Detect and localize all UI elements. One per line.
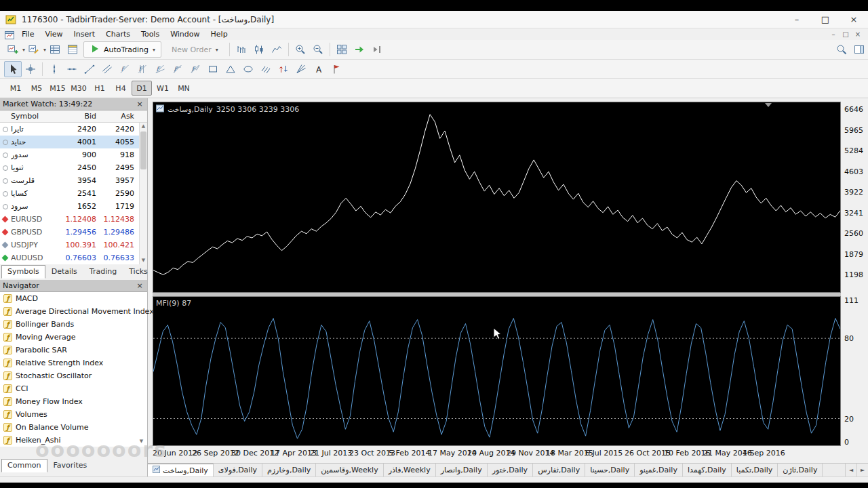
timeframe-m5[interactable]: M5 xyxy=(26,81,47,96)
list-item-macd[interactable]: ƒMACD xyxy=(0,292,147,305)
chart-shift-marker[interactable] xyxy=(765,103,772,107)
chart-tab-10[interactable]: كهمدا,Daily xyxy=(683,464,732,476)
chart-tab-0[interactable]: وساخت,Daily xyxy=(148,464,214,476)
menu-item-help[interactable]: Help xyxy=(205,28,233,40)
candlestick-button[interactable] xyxy=(250,41,268,58)
column-bid[interactable]: Bid xyxy=(65,112,100,121)
fibonacci-expansion-tool[interactable]: F xyxy=(186,61,204,77)
child-close-button[interactable]: × xyxy=(852,30,864,38)
autotrading-button[interactable]: AutoTrading▾ xyxy=(83,41,161,58)
chart-shift-button[interactable] xyxy=(368,41,386,58)
list-item-moving-average[interactable]: ƒMoving Average xyxy=(0,331,147,344)
table-row-حنايد[interactable]: حنايد40014055 xyxy=(0,136,147,148)
close-icon[interactable]: × xyxy=(135,100,144,108)
vertical-line-tool[interactable] xyxy=(45,61,63,77)
list-item-on-balance-volume[interactable]: ƒOn Balance Volume xyxy=(0,421,147,434)
list-item-cci[interactable]: ƒCCI xyxy=(0,382,147,395)
list-item-average-directional-movement-index[interactable]: ƒAverage Directional Movement Index xyxy=(0,305,147,318)
anchor-tool[interactable] xyxy=(328,61,345,77)
menu-item-view[interactable]: View xyxy=(39,28,68,40)
table-row-EURUSD[interactable]: EURUSD1.124081.12438 xyxy=(0,213,147,226)
text-tool[interactable]: A xyxy=(310,61,328,77)
menu-item-tools[interactable]: Tools xyxy=(136,28,165,40)
tab-scroll-left-icon[interactable]: ◄ xyxy=(845,464,856,476)
tab-scroll-right-icon[interactable]: ► xyxy=(856,464,868,476)
crosshair-tool[interactable] xyxy=(22,61,39,77)
list-item-money-flow-index[interactable]: ƒMoney Flow Index xyxy=(0,395,147,408)
tab-favorites[interactable]: Favorites xyxy=(47,459,94,472)
table-row-قلرست[interactable]: قلرست39543957 xyxy=(0,174,147,187)
channel-tool[interactable] xyxy=(98,61,116,77)
timeframe-d1[interactable]: D1 xyxy=(132,81,152,96)
list-item-bollinger-bands[interactable]: ƒBollinger Bands xyxy=(0,318,147,331)
column-symbol[interactable]: Symbol xyxy=(11,112,65,121)
table-row-سرود[interactable]: سرود16521719 xyxy=(0,200,147,213)
chart-tab-1[interactable]: فولاى,Daily xyxy=(214,464,262,476)
menu-item-charts[interactable]: Charts xyxy=(100,28,136,40)
chart-tab-4[interactable]: فاذر,Weekly xyxy=(384,464,436,476)
menu-item-insert[interactable]: Insert xyxy=(68,28,101,40)
tab-trading[interactable]: Trading xyxy=(83,265,123,279)
tile-windows-button[interactable] xyxy=(333,41,351,58)
tab-details[interactable]: Details xyxy=(45,265,83,279)
list-item-relative-strength-index[interactable]: ƒRelative Strength Index xyxy=(0,357,147,369)
parallel-lines-tool[interactable] xyxy=(257,61,275,77)
new-chart-button[interactable] xyxy=(4,41,22,58)
list-item-volumes[interactable]: ƒVolumes xyxy=(0,408,147,421)
price-chart[interactable] xyxy=(153,102,840,292)
timeframe-mn[interactable]: MN xyxy=(174,81,194,96)
chart-tab-8[interactable]: حسينا,Daily xyxy=(585,464,635,476)
tab-common[interactable]: Common xyxy=(1,459,47,472)
timeframe-m1[interactable]: M1 xyxy=(5,81,26,96)
zoom-out-button[interactable] xyxy=(309,41,327,58)
scroll-up-icon[interactable]: ▲ xyxy=(140,123,147,130)
layout-button[interactable] xyxy=(850,41,868,58)
table-row-GBPUSD[interactable]: GBPUSD1.294561.29486 xyxy=(0,226,147,239)
market-watch-button[interactable] xyxy=(46,41,64,58)
fibonacci-arc-tool[interactable]: F xyxy=(169,61,186,77)
mfi-chart[interactable] xyxy=(153,297,840,445)
chart-tab-6[interactable]: ختور,Daily xyxy=(488,464,533,476)
timeframe-w1[interactable]: W1 xyxy=(153,81,173,96)
data-window-button[interactable] xyxy=(64,41,81,58)
cursor-tool[interactable] xyxy=(4,61,22,77)
zoom-in-button[interactable] xyxy=(292,41,309,58)
fibonacci-timezones-tool[interactable]: F xyxy=(134,61,151,77)
chart-tab-12[interactable]: ثاژن,Daily xyxy=(778,464,823,476)
trendline-tool[interactable] xyxy=(81,61,98,77)
menu-item-file[interactable]: File xyxy=(16,28,39,40)
chart-tab-2[interactable]: وخارزم,Daily xyxy=(262,464,316,476)
new-order-button[interactable]: New Order▾ xyxy=(165,41,224,58)
navigator-scroll-down-icon[interactable]: ▼ xyxy=(137,437,146,446)
table-row-ثنويا[interactable]: ثنويا24502495 xyxy=(0,161,147,174)
timeframe-m30[interactable]: M30 xyxy=(68,81,89,96)
fibonacci-fan-tool[interactable]: F xyxy=(151,61,169,77)
timeframe-m15[interactable]: M15 xyxy=(47,81,68,96)
menu-item-window[interactable]: Window xyxy=(165,28,205,40)
chart-tab-5[interactable]: وانصار,Daily xyxy=(436,464,488,476)
table-row-سدور[interactable]: سدور900918 xyxy=(0,148,147,161)
list-item-heiken_ashi[interactable]: ƒHeiken_Ashi xyxy=(0,434,147,447)
ellipse-tool[interactable] xyxy=(239,61,257,77)
close-button[interactable]: × xyxy=(840,11,868,28)
maximize-button[interactable]: □ xyxy=(811,11,840,28)
line-chart-button[interactable] xyxy=(268,41,285,58)
price-chart-pane[interactable] xyxy=(153,102,841,293)
chart-tab-9[interactable]: غمينو,Daily xyxy=(635,464,683,476)
pitchfork-tool[interactable] xyxy=(292,61,310,77)
triangle-tool[interactable] xyxy=(222,61,239,77)
list-item-parabolic-sar[interactable]: ƒParabolic SAR xyxy=(0,344,147,357)
minimize-button[interactable]: – xyxy=(783,11,811,28)
table-row-AUDUSD[interactable]: AUDUSD0.766030.76633 xyxy=(0,251,147,264)
tab-symbols[interactable]: Symbols xyxy=(1,265,45,279)
list-item-stochastic-oscillator[interactable]: ƒStochastic Oscillator xyxy=(0,369,147,382)
mfi-indicator-pane[interactable] xyxy=(153,296,841,446)
timeframe-h1[interactable]: H1 xyxy=(90,81,110,96)
profiles-button[interactable] xyxy=(25,41,43,58)
search-button[interactable] xyxy=(833,41,850,58)
scroll-down-icon[interactable]: ▼ xyxy=(140,257,147,264)
horizontal-line-tool[interactable] xyxy=(63,61,81,77)
chart-tab-3[interactable]: وقاسمين,Weekly xyxy=(316,464,383,476)
column-ask[interactable]: Ask xyxy=(100,112,138,121)
scrollbar-thumb[interactable] xyxy=(140,131,146,169)
